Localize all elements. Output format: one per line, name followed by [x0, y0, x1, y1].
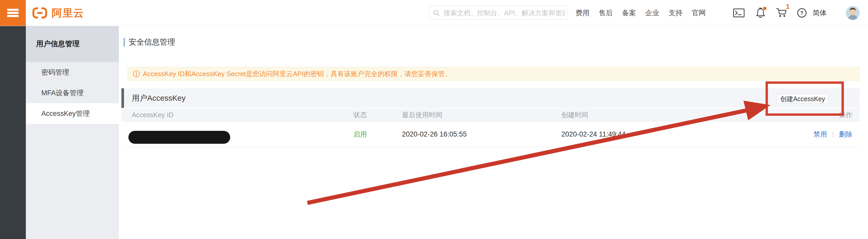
- top-header: 阿里云 费用 售后 备案 企业 支持 官网: [0, 0, 868, 26]
- main-content: 安全信息管理 ! AccessKey ID和AccessKey Secret是您…: [119, 26, 868, 239]
- accesskey-id-redacted: [128, 131, 230, 144]
- cart-badge: 1: [786, 3, 789, 10]
- aliyun-logo[interactable]: 阿里云: [32, 7, 84, 19]
- aliyun-console-screen: 阿里云 费用 售后 备案 企业 支持 官网: [0, 0, 868, 239]
- help-button[interactable]: ?: [797, 0, 807, 26]
- sidebar-item-accesskey[interactable]: AccessKey管理: [26, 103, 119, 124]
- sidebar-group-title: 用户信息管理: [26, 26, 119, 62]
- notification-dot: [763, 7, 767, 10]
- delete-link[interactable]: 删除: [839, 130, 852, 139]
- cloud-shell-button[interactable]: [733, 0, 745, 26]
- terminal-icon: [733, 8, 745, 17]
- section-title: 用户AccessKey: [132, 88, 185, 108]
- col-created: 创建时间: [561, 109, 588, 121]
- avatar-image: [846, 6, 860, 20]
- collapsed-nav-rail: [0, 26, 26, 239]
- nav-item-aftersales[interactable]: 售后: [599, 8, 613, 18]
- warning-text: AccessKey ID和AccessKey Secret是您访问阿里云API的…: [143, 67, 452, 80]
- global-search-box[interactable]: [428, 6, 568, 20]
- table-row: 启用 2020-02-26 16:05:55 2020-02-24 11:49:…: [121, 121, 860, 147]
- warning-banner: ! AccessKey ID和AccessKey Secret是您访问阿里云AP…: [128, 67, 860, 81]
- create-accesskey-button[interactable]: 创建AccessKey: [777, 94, 829, 104]
- header-nav: 费用 售后 备案 企业 支持 官网: [576, 0, 706, 26]
- hamburger-icon: [7, 9, 19, 11]
- language-selector[interactable]: 简体: [813, 0, 827, 26]
- question-circle-icon: ?: [797, 8, 807, 18]
- logo-text: 阿里云: [52, 7, 84, 19]
- sidebar-item-password[interactable]: 密码管理: [26, 62, 119, 82]
- col-accesskey-id: AccessKey ID: [132, 109, 174, 121]
- section-header: 用户AccessKey: [121, 88, 860, 108]
- section-accent-bar: [121, 88, 124, 108]
- last-used-time: 2020-02-26 16:05:55: [402, 121, 467, 147]
- col-status: 状态: [353, 109, 367, 121]
- page-title-accent: [123, 38, 125, 46]
- created-time: 2020-02-24 11:49:44: [561, 121, 626, 147]
- disable-link[interactable]: 禁用: [813, 130, 827, 139]
- sidebar-item-mfa[interactable]: MFA设备管理: [26, 82, 119, 103]
- warning-icon: !: [133, 70, 140, 77]
- action-divider: |: [832, 130, 834, 138]
- aliyun-cloud-bracket-icon: [32, 7, 48, 19]
- table-header-row: AccessKey ID 状态 最后使用时间 创建时间 操作: [121, 109, 860, 121]
- col-last-used: 最后使用时间: [402, 109, 442, 121]
- row-actions: 禁用 | 删除: [813, 121, 852, 147]
- col-actions: 操作: [839, 109, 852, 121]
- notifications-button[interactable]: [755, 0, 766, 26]
- nav-item-support[interactable]: 支持: [669, 8, 683, 18]
- hamburger-menu-button[interactable]: [0, 0, 26, 26]
- page-title: 安全信息管理: [129, 37, 175, 47]
- status-badge: 启用: [353, 121, 367, 147]
- svg-text:?: ?: [800, 10, 804, 16]
- sidebar: 用户信息管理 密码管理 MFA设备管理 AccessKey管理: [26, 26, 119, 239]
- user-avatar[interactable]: [846, 6, 860, 20]
- search-icon: [433, 9, 440, 16]
- nav-item-icp[interactable]: 备案: [622, 8, 636, 18]
- search-input[interactable]: [443, 6, 565, 20]
- nav-item-enterprise[interactable]: 企业: [645, 8, 659, 18]
- nav-item-billing[interactable]: 费用: [576, 8, 590, 18]
- nav-item-website[interactable]: 官网: [692, 8, 706, 18]
